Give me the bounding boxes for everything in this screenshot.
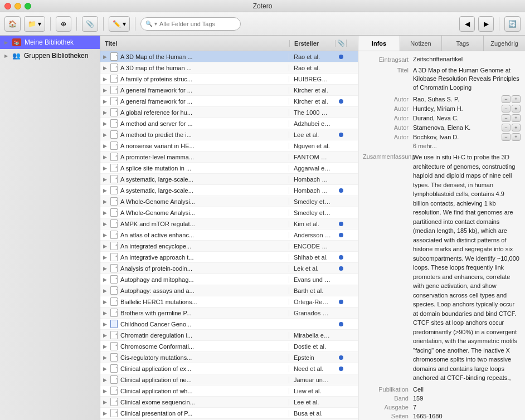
list-item[interactable]: ▶A Whole-Genome Analysi...Smedley et al. — [100, 207, 358, 218]
list-item[interactable]: ▶Brothers with germline P...Granados et … — [100, 307, 358, 319]
tab-tags[interactable]: Tags — [442, 36, 484, 51]
list-item[interactable]: ▶A general framework for ...Kircher et a… — [100, 96, 358, 107]
sidebar-item-my-library[interactable]: ▶ 📚 Meine Bibliothek — [0, 36, 100, 49]
forward-icon: ▶ — [484, 20, 489, 28]
list-item[interactable]: ▶Autophagy and mitophag...Evans und Holz… — [100, 274, 358, 285]
list-item[interactable]: ▶Biallelic HERC1 mutations...Ortega-Reca… — [100, 296, 358, 307]
tab-infos[interactable]: Infos — [358, 36, 400, 51]
author-remove-1[interactable]: − — [502, 105, 511, 113]
nav-forward-button[interactable]: ▶ — [478, 16, 494, 32]
list-item[interactable]: ▶A Whole-Genome Analysi...Smedley et al. — [100, 196, 358, 207]
expand-arrow: ▶ — [100, 121, 109, 126]
item-title: Biallelic HERC1 mutations... — [118, 299, 289, 305]
list-item[interactable]: ▶A nonsense variant in HE...Nguyen et al… — [100, 140, 358, 152]
book-icon: 📚 — [14, 40, 20, 45]
nav-back-button[interactable]: ◀ — [459, 16, 475, 32]
author-add-2[interactable]: + — [512, 114, 521, 122]
ausgabe-label: Ausgabe — [363, 404, 413, 411]
item-author: Aggarwal et al. — [289, 165, 336, 172]
author-row-0: Autor Rao, Suhas S. P. − + — [363, 95, 521, 103]
list-item[interactable]: ▶Clinical application of wh...Liew et al… — [100, 385, 358, 397]
tab-notizen[interactable]: Notizen — [400, 36, 442, 51]
author-remove-2[interactable]: − — [502, 114, 511, 122]
list-item[interactable]: ▶An integrated encyclope...ENCODE Projec… — [100, 241, 358, 252]
collection-button[interactable]: 📁 ▾ — [24, 16, 45, 32]
list-item[interactable]: ▶An atlas of active enhanc...Andersson e… — [100, 229, 358, 241]
entry-type-field: Eintragsart Zeitschriftenartikel — [363, 56, 521, 63]
author-remove-0[interactable]: − — [502, 95, 511, 103]
author-add-1[interactable]: + — [512, 105, 521, 113]
list-item[interactable]: ▶A 3D Map of the Human ...Rao et al. — [100, 51, 358, 62]
expand-arrow: ▶ — [100, 377, 109, 383]
list-item[interactable]: ▶A method to predict the i...Lee et al. — [100, 129, 358, 140]
list-item[interactable]: ▶A 3D map of the human ...Rao et al. — [100, 62, 358, 74]
search-input[interactable] — [159, 21, 236, 27]
detail-content: Eintragsart Zeitschriftenartikel Titel A… — [358, 51, 525, 420]
list-item[interactable]: ▶Cis-regulatory mutations...Epstein — [100, 352, 358, 363]
list-body: ▶A 3D Map of the Human ...Rao et al.▶A 3… — [100, 51, 358, 420]
author-add-3[interactable]: + — [512, 124, 521, 131]
document-icon — [109, 364, 118, 373]
list-item[interactable]: ▶Clinical presentation of P...Busa et al… — [100, 408, 358, 419]
author-remove-4[interactable]: − — [502, 133, 511, 141]
item-author: Hombach et al. — [289, 176, 336, 183]
sync-button[interactable]: 🔄 — [504, 16, 521, 32]
list-item[interactable]: ▶A promoter-level mamma...FANTOM Consort… — [100, 152, 358, 163]
document-icon — [109, 286, 118, 295]
list-item[interactable]: ▶Chromatin deregulation i...Mirabella et… — [100, 330, 358, 341]
group-icon: 👥 — [12, 52, 21, 60]
close-button[interactable] — [4, 3, 11, 9]
list-item[interactable]: ▶Clinical application of ex...Need et al… — [100, 363, 358, 374]
maximize-button[interactable] — [25, 3, 31, 9]
detail-pane: Infos Notizen Tags Zugehörig Eintragsart… — [358, 36, 525, 420]
attach-button[interactable]: 📎 — [82, 16, 98, 32]
author-add-0[interactable]: + — [512, 95, 521, 103]
list-item[interactable]: ▶An integrative approach t...Shihab et a… — [100, 252, 358, 263]
list-item[interactable]: ▶A systematic, large-scale...Hombach et … — [100, 185, 358, 196]
list-item[interactable]: ▶AMPK and mTOR regulat...Kim et al. — [100, 218, 358, 229]
content-pane: Titel Ersteller 📎 ▶A 3D Map of the Human… — [100, 36, 358, 420]
home-button[interactable]: 🏠 — [4, 16, 21, 32]
list-item[interactable]: ▶A splice site mutation in ...Aggarwal e… — [100, 163, 358, 174]
list-item[interactable]: ▶A method and server for ...Adzhubei et … — [100, 118, 358, 129]
sidebar-item-group-libraries[interactable]: ▶ 👥 Gruppen Bibliotheken — [0, 49, 100, 62]
read-indicator — [336, 265, 347, 272]
item-author: Mirabella et al. — [289, 332, 336, 339]
edit-button[interactable]: ✏️ ▾ — [109, 16, 130, 32]
tab-zugehoerig[interactable]: Zugehörig — [484, 36, 525, 51]
item-author: HUIBREGTSE — [289, 76, 336, 82]
search-box[interactable]: 🔍 ▾ — [140, 17, 241, 31]
item-author: Dostie et al. — [289, 343, 336, 350]
list-item[interactable]: ▶Clinical exome sequencin...Lee et al. — [100, 397, 358, 408]
add-item-button[interactable]: ⊕ — [56, 16, 71, 32]
list-item[interactable]: ▶A general framework for ...Kircher et a… — [100, 85, 358, 96]
col-title-header[interactable]: Titel — [100, 40, 290, 47]
list-item[interactable]: ▶A global reference for hu...The 1000 Ge… — [100, 107, 358, 118]
author-add-4[interactable]: + — [512, 133, 521, 141]
minimize-button[interactable] — [14, 3, 21, 9]
item-author: Adzhubei et al. — [289, 120, 336, 127]
author-remove-3[interactable]: − — [502, 124, 511, 131]
list-item[interactable]: ▶A family of proteins struc...HUIBREGTSE — [100, 74, 358, 85]
document-icon — [109, 175, 118, 184]
col-attach-header: 📎 — [336, 40, 347, 47]
expand-arrow: ▶ — [100, 255, 109, 260]
more-authors-link[interactable]: 6 mehr... — [413, 143, 521, 149]
pen-icon: ✏️ — [113, 20, 121, 28]
expand-arrow: ▶ — [100, 210, 109, 216]
list-item[interactable]: ▶Clinical application of ne...Jamuar und… — [100, 374, 358, 385]
list-item[interactable]: ▶Chromosome Conformati...Dostie et al. — [100, 341, 358, 352]
list-item[interactable]: ▶Autophagy: assays and a...Barth et al. — [100, 285, 358, 296]
expand-arrow: ▶ — [100, 243, 109, 249]
author-row-2: Autor Durand, Neva C. − + — [363, 114, 521, 122]
document-icon — [109, 297, 118, 306]
expand-arrow: ▶ — [100, 321, 109, 327]
group-libraries-label: Gruppen Bibliotheken — [24, 52, 88, 60]
col-author-header[interactable]: Ersteller — [290, 40, 336, 47]
list-item[interactable]: ▶A systematic, large-scale...Hombach et … — [100, 174, 358, 185]
document-icon — [109, 130, 118, 139]
list-item[interactable]: ▶Childhood Cancer Geno... — [100, 319, 358, 330]
document-icon — [109, 75, 118, 84]
list-item[interactable]: ▶Analysis of protein-codin...Lek et al. — [100, 263, 358, 274]
author-label-4: Autor — [363, 134, 413, 140]
